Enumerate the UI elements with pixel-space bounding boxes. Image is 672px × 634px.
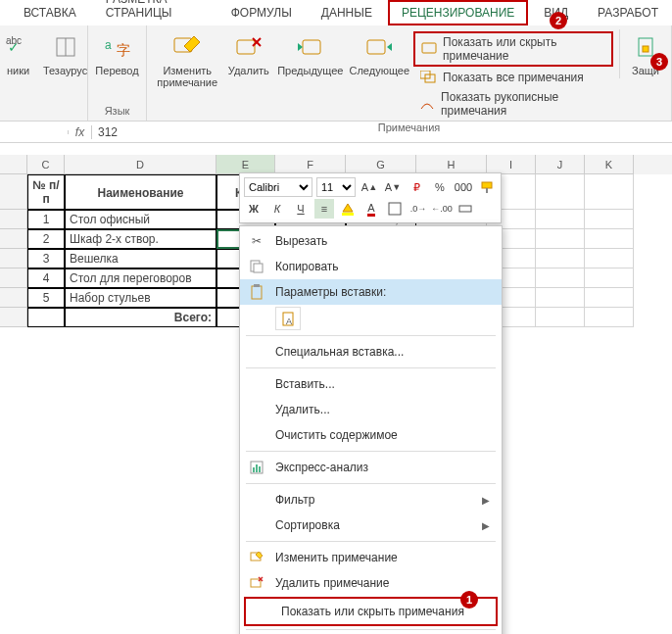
bold-button[interactable]: Ж <box>244 199 264 219</box>
row-header[interactable] <box>0 229 27 249</box>
menu-quick-analysis[interactable]: Экспресс-анализ <box>240 455 502 480</box>
previous-comment-label: Предыдущее <box>277 65 343 76</box>
col-E[interactable]: E <box>216 155 275 174</box>
context-menu: ✂ Вырезать Копировать Параметры вставки:… <box>239 225 503 634</box>
col-D[interactable]: D <box>65 155 216 174</box>
col-J[interactable]: J <box>536 155 585 174</box>
chevron-right-icon: ▶ <box>482 495 490 506</box>
thesaurus-label: Тезаурус <box>43 65 87 76</box>
tab-developer[interactable]: РАЗРАБОТ <box>584 0 672 25</box>
fontsize-select[interactable]: 11 <box>316 177 356 197</box>
row-header[interactable] <box>0 308 27 327</box>
next-comment-button[interactable]: Следующее <box>347 29 411 78</box>
delete-comment-button[interactable]: Удалить <box>223 29 273 78</box>
underline-button[interactable]: Ч <box>291 199 311 219</box>
increase-decimal-icon[interactable]: ←.00 <box>432 199 452 219</box>
delete-comment-label: Удалить <box>228 65 269 76</box>
menu-copy[interactable]: Копировать <box>240 254 502 279</box>
menu-edit-comment-label: Изменить примечание <box>275 551 398 564</box>
menu-insert[interactable]: Вставить... <box>240 371 502 397</box>
merge-icon[interactable] <box>456 199 475 219</box>
menu-edit-comment[interactable]: Изменить примечание <box>240 545 502 570</box>
col-K[interactable]: K <box>585 155 634 174</box>
percent-format-icon[interactable]: % <box>430 177 450 197</box>
font-color-icon[interactable]: A <box>361 199 381 219</box>
ribbon-review: ✓abc ники Тезаурус a字 Перевод Язык Измен… <box>0 25 672 122</box>
col-C[interactable]: C <box>27 155 65 174</box>
italic-button[interactable]: К <box>267 199 287 219</box>
decrease-decimal-icon[interactable]: .0→ <box>408 199 428 219</box>
row-header[interactable] <box>0 174 27 210</box>
row-header[interactable] <box>0 268 27 288</box>
formula-input[interactable]: 312 <box>92 123 672 141</box>
align-center-icon[interactable]: ≡ <box>314 199 334 219</box>
font-select[interactable]: Calibri <box>244 177 312 197</box>
fill-color-icon[interactable] <box>338 199 358 219</box>
cell[interactable]: 5 <box>27 288 65 308</box>
svg-rect-25 <box>254 284 260 287</box>
show-all-comments-button[interactable]: Показать все примечания <box>413 67 613 88</box>
cell[interactable]: Стол офисный <box>65 210 216 229</box>
menu-sort[interactable]: Сортировка ▶ <box>240 512 502 538</box>
col-G[interactable]: G <box>346 155 416 174</box>
col-F[interactable]: F <box>275 155 346 174</box>
spelling-button[interactable]: ✓abc ники <box>0 29 38 78</box>
grow-font-icon[interactable]: A▲ <box>360 177 379 197</box>
th-name[interactable]: Наименование <box>65 174 216 210</box>
cell[interactable]: 3 <box>27 249 65 268</box>
cell[interactable]: 2 <box>27 229 65 249</box>
cell[interactable]: Набор стульев <box>65 288 216 308</box>
thousands-icon[interactable]: 000 <box>454 177 473 197</box>
edit-comment-button[interactable]: Изменить примечание <box>153 29 221 90</box>
accounting-format-icon[interactable]: ₽ <box>407 177 426 197</box>
menu-paste-options-label: Параметры вставки: <box>275 285 386 299</box>
translate-button[interactable]: a字 Перевод <box>86 29 149 78</box>
row-header[interactable] <box>0 288 27 308</box>
comment-prev-icon <box>295 31 326 63</box>
menu-cut[interactable]: ✂ Вырезать <box>240 228 502 254</box>
menu-show-hide-comment-label: Показать или скрыть примечания <box>281 605 464 618</box>
show-ink-button[interactable]: Показать рукописные примечания <box>413 88 613 120</box>
cell[interactable]: Шкаф 2-х створ. <box>65 229 216 249</box>
mini-toolbar: Calibri 11 A▲ A▼ ₽ % 000 Ж К Ч ≡ A .0→ ←… <box>239 172 502 223</box>
cell[interactable]: 1 <box>27 210 65 229</box>
svg-rect-19 <box>342 213 354 216</box>
tab-data[interactable]: ДАННЫЕ <box>308 0 386 25</box>
menu-cut-label: Вырезать <box>275 234 327 248</box>
cell[interactable]: Стол для переговоров <box>65 268 216 288</box>
cell[interactable]: Вешелка <box>65 249 216 268</box>
cell-total[interactable]: Всего: <box>65 308 216 327</box>
borders-icon[interactable] <box>385 199 405 219</box>
translate-icon: a字 <box>102 31 133 63</box>
tab-pagelayout[interactable]: РАЗМЕТКА СТРАНИЦЫ <box>92 0 216 25</box>
fx-button[interactable]: fx <box>69 125 92 139</box>
svg-rect-29 <box>253 467 255 472</box>
menu-delete[interactable]: Удалить... <box>240 397 502 422</box>
group-language: a字 Перевод Язык <box>88 25 147 121</box>
menu-filter[interactable]: Фильтр ▶ <box>240 487 502 512</box>
cell[interactable]: 4 <box>27 268 65 288</box>
format-painter-icon[interactable] <box>477 177 497 197</box>
tab-insert[interactable]: ВСТАВКА <box>10 0 90 25</box>
paste-option-default[interactable]: A <box>275 307 301 330</box>
th-no[interactable]: № п/п <box>27 174 65 210</box>
show-hide-comment-button[interactable]: Показать или скрыть примечание <box>413 31 613 67</box>
scissors-icon: ✂ <box>248 232 265 250</box>
row-header[interactable] <box>0 249 27 268</box>
col-I[interactable]: I <box>487 155 536 174</box>
tab-formulas[interactable]: ФОРМУЛЫ <box>217 0 306 25</box>
menu-insert-label: Вставить... <box>275 377 335 391</box>
menu-paste-options[interactable]: Параметры вставки: <box>240 279 502 305</box>
col-H[interactable]: H <box>416 155 487 174</box>
tab-review[interactable]: РЕЦЕНЗИРОВАНИЕ <box>388 0 528 25</box>
thesaurus-button[interactable]: Тезаурус <box>42 29 89 78</box>
row-header[interactable] <box>0 210 27 229</box>
shrink-font-icon[interactable]: A▼ <box>383 177 403 197</box>
menu-paste-special[interactable]: Специальная вставка... <box>240 339 502 365</box>
menu-clear[interactable]: Очистить содержимое <box>240 422 502 448</box>
svg-rect-16 <box>643 46 648 52</box>
name-box[interactable] <box>0 130 69 134</box>
previous-comment-button[interactable]: Предыдущее <box>275 29 345 78</box>
copy-icon <box>248 258 265 275</box>
menu-filter-label: Фильтр <box>275 493 314 507</box>
